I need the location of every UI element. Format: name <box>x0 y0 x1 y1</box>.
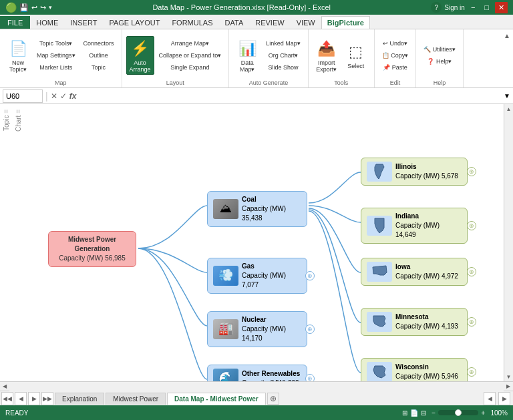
maximize-btn[interactable]: □ <box>481 2 492 13</box>
layout-buttons: ⚡ AutoArrange Arrange Map▾ Collapse or E… <box>126 32 225 78</box>
auto-arrange-icon: ⚡ <box>130 38 151 59</box>
sheet-scroll-right[interactable]: ▶ <box>498 392 510 405</box>
scroll-right-arrow[interactable]: ▶ <box>504 382 513 391</box>
wisconsin-expand-icon[interactable]: ⊕ <box>467 367 476 377</box>
import-export-button[interactable]: 📤 ImportExport▾ <box>313 36 341 75</box>
copy-button[interactable]: 📋 Copy▾ <box>379 50 412 61</box>
canvas[interactable]: Topic = Chart = Midwest Power Genera <box>0 104 504 381</box>
indiana-expand-icon[interactable]: ⊕ <box>467 221 476 230</box>
save-quick-btn[interactable]: 💾 <box>19 3 29 12</box>
gas-expand-icon[interactable]: ⊕ <box>305 271 315 280</box>
topic-tools-button[interactable]: Topic Tools▾ <box>33 38 79 49</box>
org-chart-button[interactable]: Org Chart▾ <box>263 50 304 61</box>
zoom-level[interactable]: 100% <box>488 409 508 417</box>
scroll-track[interactable] <box>504 114 514 372</box>
vertical-scrollbar[interactable]: ▲ ▼ <box>504 104 513 381</box>
paste-button[interactable]: 📌 Paste <box>379 62 412 73</box>
tab-review[interactable]: REVIEW <box>249 16 290 29</box>
iowa-node[interactable]: Iowa Capacity (MW) 4,972 ⊕ <box>361 258 468 286</box>
tab-file[interactable]: FILE <box>0 16 30 29</box>
ribbon-tabs: FILE HOME INSERT PAGE LAYOUT FORMULAS DA… <box>0 15 513 29</box>
tab-view[interactable]: VIEW <box>291 16 321 29</box>
scroll-up-arrow[interactable]: ▲ <box>504 104 514 114</box>
indiana-node[interactable]: Indiana Capacity (MW) 14,649 ⊕ <box>361 208 468 244</box>
formula-expand-icon[interactable]: ▼ <box>504 92 510 99</box>
tab-nav-next[interactable]: ▶ <box>28 392 40 405</box>
tab-nav-last[interactable]: ▶▶ <box>41 392 53 405</box>
sheet-tab-data-map[interactable]: Data Map - Midwest Power <box>167 393 266 405</box>
zoom-out-icon[interactable]: − <box>432 409 436 417</box>
help-btn[interactable]: ? <box>431 2 442 13</box>
zoom-in-icon[interactable]: + <box>481 409 485 417</box>
renewables-node[interactable]: 🌊 Other Renewables Capacity (MW) 300 ⊕ <box>207 365 307 381</box>
minnesota-node[interactable]: Minnesota Capacity (MW) 4,193 ⊕ <box>361 308 468 336</box>
sheet-tab-explanation[interactable]: Explanation <box>55 393 104 405</box>
h-scroll-track[interactable] <box>9 382 504 391</box>
redo-quick-btn[interactable]: ↪ <box>40 3 46 12</box>
tab-home[interactable]: HOME <box>30 16 64 29</box>
normal-view-icon[interactable]: ⊞ <box>402 409 407 417</box>
renewables-expand-icon[interactable]: ⊕ <box>305 374 315 381</box>
page-layout-view-icon[interactable]: 📄 <box>410 409 418 417</box>
connectors-button[interactable]: Connectors <box>80 38 118 49</box>
horizontal-scrollbar[interactable]: ◀ ▶ <box>0 381 513 391</box>
single-expand-button[interactable]: Single Expand <box>156 62 225 73</box>
add-sheet-button[interactable]: ⊕ <box>267 393 279 405</box>
undo-quick-btn[interactable]: ↩ <box>31 3 37 12</box>
nuclear-expand-icon[interactable]: ⊕ <box>305 325 315 334</box>
center-node[interactable]: Midwest Power Generation Capacity (MW) 5… <box>48 231 136 267</box>
tab-nav-first[interactable]: ◀◀ <box>1 392 13 405</box>
scroll-left-arrow[interactable]: ◀ <box>0 382 9 391</box>
sheet-tab-midwest-power[interactable]: Midwest Power <box>106 393 166 405</box>
topic-button[interactable]: Topic <box>80 62 118 73</box>
map-settings-button[interactable]: Map Settings▾ <box>33 50 79 61</box>
wisconsin-node[interactable]: Wisconsin Capacity (MW) 5,946 ⊕ <box>361 358 468 381</box>
zoom-slider[interactable] <box>438 410 478 415</box>
undo-button[interactable]: ↩ Undo▾ <box>379 38 412 49</box>
iowa-expand-icon[interactable]: ⊕ <box>467 267 476 276</box>
cancel-formula-icon[interactable]: ✕ <box>51 91 57 101</box>
tab-nav-prev[interactable]: ◀ <box>15 392 27 405</box>
tab-data[interactable]: DATA <box>219 16 250 29</box>
minimize-btn[interactable]: − <box>468 2 478 13</box>
minnesota-expand-icon[interactable]: ⊕ <box>467 317 476 327</box>
utilities-button[interactable]: 🔨 Utilities▾ <box>420 44 459 55</box>
marker-lists-button[interactable]: Marker Lists <box>33 62 79 73</box>
new-topic-button[interactable]: 📄 NewTopic▾ <box>4 36 32 75</box>
wisconsin-value: Capacity (MW) 5,946 <box>395 372 458 381</box>
confirm-formula-icon[interactable]: ✓ <box>60 91 67 101</box>
renewables-value: Capacity (MW) 300 <box>242 379 300 381</box>
data-map-button[interactable]: 📊 DataMap▾ <box>233 36 261 75</box>
title-bar: 🟢 💾 ↩ ↪ ▾ Data Map - Power Generation.xl… <box>0 0 513 15</box>
tab-insert[interactable]: INSERT <box>64 16 103 29</box>
help-btn-ribbon[interactable]: ❓ Help▾ <box>420 56 459 67</box>
scroll-down-arrow[interactable]: ▼ <box>504 372 514 381</box>
cell-reference-input[interactable] <box>3 89 43 103</box>
tab-page-layout[interactable]: PAGE LAYOUT <box>103 16 166 29</box>
arrange-map-button[interactable]: Arrange Map▾ <box>156 38 225 49</box>
sheet-scroll-left[interactable]: ◀ <box>484 392 496 405</box>
map-small-buttons2: Connectors Outline Topic <box>80 38 118 73</box>
sign-in-link[interactable]: Sign in <box>444 4 465 11</box>
close-btn[interactable]: ✕ <box>495 2 508 13</box>
auto-arrange-button[interactable]: ⚡ AutoArrange <box>126 36 154 75</box>
linked-map-button[interactable]: Linked Map▾ <box>263 38 304 49</box>
coal-node[interactable]: ⛰ Coal Capacity (MW) 35,438 <box>207 191 307 227</box>
insert-function-icon[interactable]: fx <box>69 91 77 101</box>
zoom-slider-thumb[interactable] <box>455 409 462 416</box>
collapse-expand-button[interactable]: Collapse or Expand to▾ <box>156 50 225 61</box>
tab-bigpicture[interactable]: BigPicture <box>321 16 370 29</box>
minnesota-text: Minnesota Capacity (MW) 4,193 <box>395 312 458 331</box>
ribbon-collapse[interactable]: ▲ <box>501 29 513 87</box>
formula-bar-separator: | <box>45 91 48 101</box>
outline-button[interactable]: Outline <box>80 50 118 61</box>
nuclear-node[interactable]: 🏭 Nuclear Capacity (MW) 14,170 ⊕ <box>207 311 307 347</box>
select-button[interactable]: ⬚ Select <box>342 39 370 71</box>
illinois-node[interactable]: Illinois Capacity (MW) 5,678 ⊕ <box>361 158 468 186</box>
slide-show-button[interactable]: Slide Show <box>263 62 304 73</box>
page-break-view-icon[interactable]: ⊟ <box>421 409 426 417</box>
illinois-expand-icon[interactable]: ⊕ <box>467 167 476 176</box>
tab-formulas[interactable]: FORMULAS <box>166 16 218 29</box>
gas-node[interactable]: 💨 Gas Capacity (MW) 7,077 ⊕ <box>207 258 307 294</box>
indiana-value: Capacity (MW) 14,649 <box>395 221 462 240</box>
